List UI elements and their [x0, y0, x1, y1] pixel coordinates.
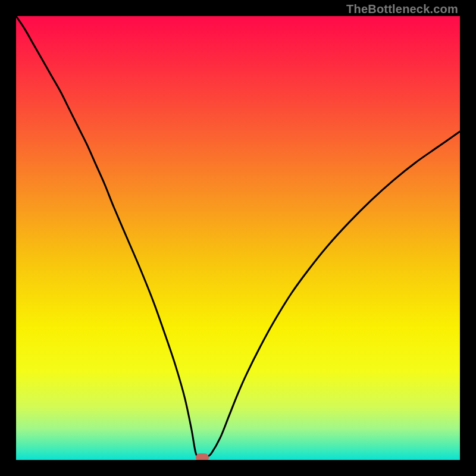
optimal-marker	[196, 453, 209, 460]
watermark-text: TheBottleneck.com	[346, 2, 458, 16]
bottleneck-curve	[16, 16, 460, 460]
plot-area	[16, 16, 460, 460]
plot-frame: TheBottleneck.com	[0, 0, 476, 476]
